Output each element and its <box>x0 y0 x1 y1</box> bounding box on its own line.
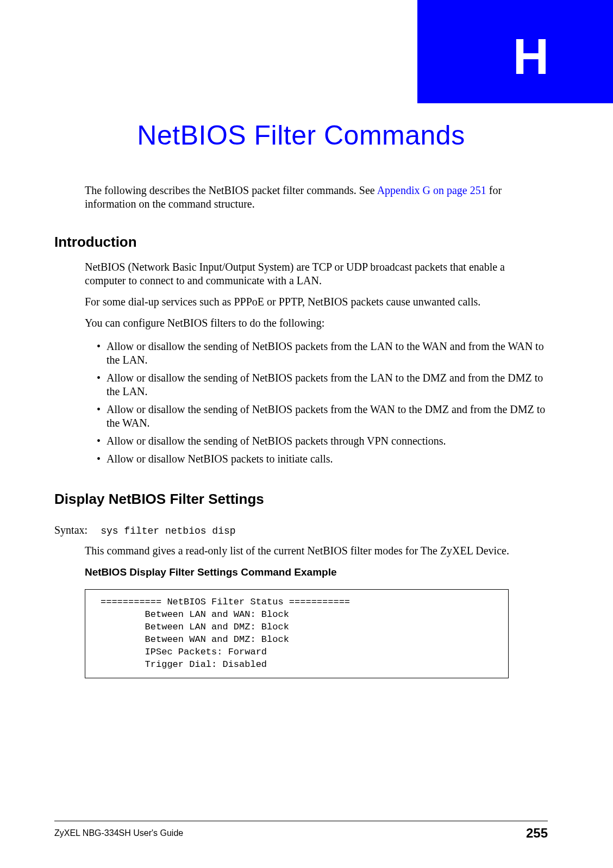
footer-guide-name: ZyXEL NBG-334SH User's Guide <box>54 828 183 838</box>
section-heading-introduction: Introduction <box>54 234 548 251</box>
intro-p3: You can configure NetBIOS filters to do … <box>54 316 548 330</box>
list-item: Allow or disallow the sending of NetBIOS… <box>97 369 548 401</box>
syntax-row: Syntax: sys filter netbios disp <box>54 524 548 536</box>
appendix-letter: H <box>417 0 613 82</box>
page-container: H NetBIOS Filter Commands The following … <box>0 0 613 868</box>
list-item: Allow or disallow the sending of NetBIOS… <box>97 338 548 369</box>
example-caption: NetBIOS Display Filter Settings Command … <box>54 566 548 578</box>
syntax-description: This command gives a read-only list of t… <box>54 544 548 558</box>
intro-paragraph: The following describes the NetBIOS pack… <box>54 184 548 211</box>
page-footer: ZyXEL NBG-334SH User's Guide 255 <box>54 821 548 841</box>
footer-page-number: 255 <box>526 826 548 841</box>
command-output-box: =========== NetBIOS Filter Status ======… <box>85 589 509 678</box>
appendix-tab: H <box>417 0 613 103</box>
intro-text-before: The following describes the NetBIOS pack… <box>85 184 377 196</box>
syntax-command: sys filter netbios disp <box>101 526 235 536</box>
intro-p2: For some dial-up services such as PPPoE … <box>54 295 548 309</box>
list-item: Allow or disallow the sending of NetBIOS… <box>97 432 548 450</box>
list-item: Allow or disallow NetBIOS packets to ini… <box>97 450 548 468</box>
command-output-text: =========== NetBIOS Filter Status ======… <box>101 596 493 671</box>
syntax-label: Syntax: <box>54 524 87 536</box>
intro-bullet-list: Allow or disallow the sending of NetBIOS… <box>54 338 548 468</box>
list-item: Allow or disallow the sending of NetBIOS… <box>97 401 548 432</box>
section-heading-display: Display NetBIOS Filter Settings <box>54 491 548 508</box>
appendix-g-link[interactable]: Appendix G on page 251 <box>377 184 486 196</box>
intro-p1: NetBIOS (Network Basic Input/Output Syst… <box>54 260 548 288</box>
chapter-title: NetBIOS Filter Commands <box>54 120 548 151</box>
